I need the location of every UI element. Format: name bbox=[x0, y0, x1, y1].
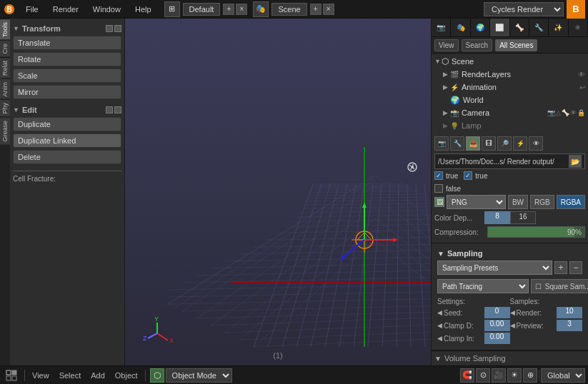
render-engine-select[interactable]: Cycles Render Blender Render bbox=[484, 2, 564, 16]
clamp-direct-left-arrow[interactable]: ◀ bbox=[437, 322, 442, 329]
props-tab-object[interactable]: ⬜ bbox=[490, 19, 509, 36]
color-depth-16[interactable]: 16 bbox=[510, 211, 536, 224]
sidebar-tab-create[interactable]: Cre bbox=[0, 40, 10, 57]
output-path-browse-btn[interactable]: 📂 bbox=[569, 155, 582, 168]
snap-icon[interactable]: 🧲 bbox=[460, 368, 474, 383]
menu-file[interactable]: File bbox=[19, 0, 46, 19]
bottom-view-item[interactable]: View bbox=[29, 370, 52, 381]
proportional-edit-icon[interactable]: ⊙ bbox=[476, 368, 490, 383]
transform-options[interactable] bbox=[114, 25, 121, 32]
volume-sampling-header[interactable]: ▼ Volume Sampling bbox=[434, 354, 585, 363]
props-tab-physics[interactable]: ⚛ bbox=[569, 19, 588, 36]
scene-label[interactable]: Scene bbox=[271, 3, 307, 16]
lamp-label: Lamp bbox=[462, 121, 585, 130]
props-tab-constraints[interactable]: 🦴 bbox=[510, 19, 529, 36]
render-subtab-4[interactable]: 🎞 bbox=[482, 136, 496, 151]
render-mode-icon[interactable]: 🎥 bbox=[492, 368, 506, 383]
sampling-presets-select[interactable]: Sampling Presets bbox=[437, 261, 552, 275]
placeholders-checkbox[interactable] bbox=[434, 184, 443, 193]
menu-render[interactable]: Render bbox=[46, 0, 86, 19]
preview-samples-row: ◀ Preview: 3 bbox=[510, 320, 583, 331]
render-subtab-7[interactable]: 👁 bbox=[529, 136, 543, 151]
render-value[interactable]: 10 bbox=[557, 307, 582, 318]
mirror-button[interactable]: Mirror bbox=[13, 85, 121, 99]
shading-icon[interactable]: ☀ bbox=[507, 368, 522, 383]
tree-item-animation[interactable]: ▶ ⚡ Animation ↩ bbox=[432, 81, 588, 94]
sidebar-tab-tools[interactable]: Tools bbox=[0, 19, 10, 40]
render-subtab-1[interactable]: 📷 bbox=[434, 136, 449, 151]
rgb-btn[interactable]: RGB bbox=[530, 195, 554, 209]
global-select[interactable]: Global Local bbox=[541, 368, 585, 383]
sampling-header[interactable]: ▼ Sampling bbox=[434, 246, 585, 259]
sidebar-tab-animation[interactable]: Anim bbox=[0, 79, 10, 100]
scene-close-icon[interactable]: × bbox=[323, 4, 334, 15]
translate-button[interactable]: Translate bbox=[13, 36, 121, 50]
props-tab-world[interactable]: 🌍 bbox=[471, 19, 490, 36]
renderlayers-icon: 🎬 bbox=[450, 71, 459, 79]
tree-item-world[interactable]: 🌍 World bbox=[432, 94, 588, 106]
scale-button[interactable]: Scale bbox=[13, 69, 121, 83]
rotate-button[interactable]: Rotate bbox=[13, 52, 121, 66]
pie-menu-icon[interactable]: ⊕ bbox=[523, 368, 537, 383]
transform-title: Transform bbox=[22, 24, 61, 33]
tree-item-scene[interactable]: ▼ ⬡ Scene bbox=[432, 55, 588, 68]
square-samples-btn[interactable]: ☐ Square Sam... bbox=[531, 279, 588, 293]
render-subtab-6[interactable]: ⚡ bbox=[513, 136, 527, 151]
menu-window[interactable]: Window bbox=[86, 0, 128, 19]
outliner-search-btn[interactable]: Search bbox=[462, 39, 493, 51]
sampling-preset-remove-btn[interactable]: − bbox=[569, 261, 582, 274]
clamp-indirect-value[interactable]: 0.00 bbox=[484, 333, 510, 344]
transform-collapse[interactable] bbox=[106, 25, 113, 32]
svg-point-89 bbox=[410, 168, 412, 170]
sidebar-tab-physics[interactable]: Phy bbox=[0, 99, 10, 117]
delete-button[interactable]: Delete bbox=[13, 150, 121, 164]
render-subtab-3[interactable]: 📤 bbox=[466, 136, 480, 151]
render-subtab-2[interactable]: 🔧 bbox=[450, 136, 464, 151]
outliner-view-btn[interactable]: View bbox=[434, 39, 459, 51]
duplicate-linked-button[interactable]: Duplicate Linked bbox=[13, 133, 121, 148]
workspace-label[interactable]: Default bbox=[183, 3, 221, 16]
render-left-arrow[interactable]: ◀ bbox=[510, 309, 515, 316]
workspace-add-icon[interactable]: + bbox=[223, 4, 234, 15]
file-ext-checkbox[interactable]: ✓ bbox=[464, 171, 472, 180]
menu-help[interactable]: Help bbox=[128, 0, 159, 19]
bottom-select-item[interactable]: Select bbox=[56, 370, 84, 381]
rgba-btn[interactable]: RGBA bbox=[557, 195, 585, 209]
seed-value[interactable]: 0 bbox=[484, 307, 510, 318]
duplicate-button[interactable]: Duplicate bbox=[13, 117, 121, 131]
clamp-direct-value[interactable]: 0.00 bbox=[484, 320, 510, 331]
outliner-all-scenes-btn[interactable]: All Scenes bbox=[495, 39, 537, 51]
overwrite-checkbox[interactable]: ✓ bbox=[434, 171, 443, 180]
format-select[interactable]: PNG JPEG OpenEXR bbox=[447, 195, 506, 209]
color-depth-8[interactable]: 8 bbox=[484, 211, 510, 224]
props-tab-scene[interactable]: 🎭 bbox=[451, 19, 470, 36]
compression-bar[interactable]: 90% bbox=[487, 226, 585, 238]
preview-value[interactable]: 3 bbox=[557, 320, 582, 331]
svg-text:Z: Z bbox=[143, 335, 147, 342]
bw-btn[interactable]: BW bbox=[508, 195, 528, 209]
edit-options[interactable] bbox=[114, 106, 121, 113]
object-mode-select[interactable]: Object Mode Edit Mode Sculpt Mode bbox=[166, 368, 232, 383]
props-tab-particles[interactable]: ✨ bbox=[549, 19, 568, 36]
sidebar-tab-grease[interactable]: Grease bbox=[0, 117, 10, 145]
bottom-bar-icon-item[interactable] bbox=[3, 368, 20, 383]
scene-add-icon[interactable]: + bbox=[310, 4, 322, 15]
viewport[interactable]: User Persp + bbox=[125, 19, 431, 365]
sampling-method-select[interactable]: Path Tracing Branched Path Tracing bbox=[437, 279, 529, 293]
seed-left-arrow[interactable]: ◀ bbox=[437, 309, 442, 316]
preview-left-arrow[interactable]: ◀ bbox=[510, 322, 515, 329]
render-subtab-5[interactable]: 🔎 bbox=[497, 136, 512, 151]
props-tab-modifiers[interactable]: 🔧 bbox=[529, 19, 549, 36]
camera-eye-icon: 👁 bbox=[570, 109, 577, 116]
clamp-indirect-left-arrow[interactable]: ◀ bbox=[437, 335, 442, 342]
sampling-preset-add-btn[interactable]: + bbox=[554, 261, 567, 274]
bottom-object-item[interactable]: Object bbox=[112, 370, 141, 381]
edit-collapse[interactable] bbox=[106, 106, 113, 113]
sidebar-tab-relations[interactable]: Relat bbox=[0, 57, 10, 79]
tree-item-renderlayers[interactable]: ▶ 🎬 RenderLayers 👁 bbox=[432, 68, 588, 81]
tree-item-camera[interactable]: ▶ 📸 Camera 📷 △ 🦴 👁 🔒 bbox=[432, 106, 588, 119]
props-tab-render[interactable]: 📷 bbox=[432, 19, 451, 36]
bottom-add-item[interactable]: Add bbox=[88, 370, 108, 381]
tree-item-lamp[interactable]: ▶ 💡 Lamp bbox=[432, 119, 588, 132]
workspace-close-icon[interactable]: × bbox=[236, 4, 247, 15]
